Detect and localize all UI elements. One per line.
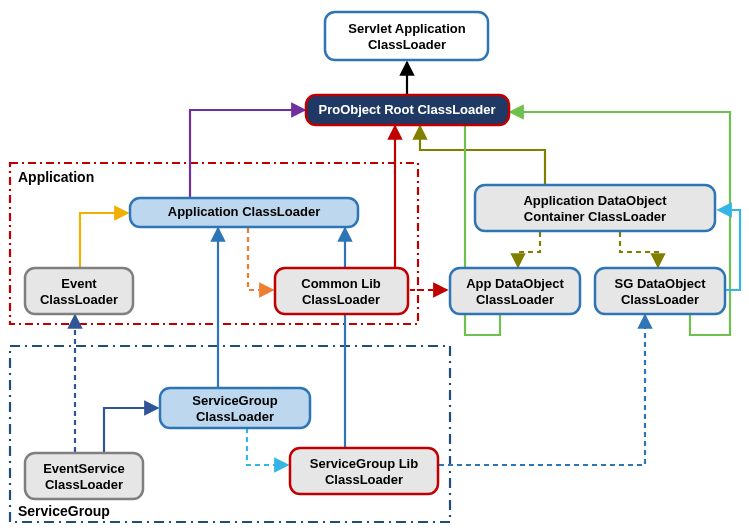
svg-text:Application DataObject: Application DataObject (523, 193, 667, 208)
svg-text:ClassLoader: ClassLoader (40, 292, 118, 307)
classloader-diagram: Application ServiceGroup (0, 0, 749, 530)
svg-text:ClassLoader: ClassLoader (368, 37, 446, 52)
svg-text:SG DataObject: SG DataObject (614, 276, 706, 291)
svg-text:ClassLoader: ClassLoader (302, 292, 380, 307)
sg-dataobject-classloader-box: SG DataObject ClassLoader (595, 268, 725, 314)
svg-text:ClassLoader: ClassLoader (621, 292, 699, 307)
commonlib-classloader-box: Common Lib ClassLoader (275, 268, 408, 314)
servicegroup-group-label: ServiceGroup (18, 503, 110, 519)
svg-text:ProObject Root ClassLoader: ProObject Root ClassLoader (319, 102, 496, 117)
root-classloader-box: ProObject Root ClassLoader (306, 95, 509, 125)
svg-text:Common Lib: Common Lib (301, 276, 380, 291)
servicegroup-classloader-box: ServiceGroup ClassLoader (160, 388, 310, 428)
app-dataobject-classloader-box: App DataObject ClassLoader (450, 268, 580, 314)
svg-text:ServiceGroup Lib: ServiceGroup Lib (310, 456, 418, 471)
svg-text:App DataObject: App DataObject (466, 276, 564, 291)
application-classloader-box: Application ClassLoader (130, 198, 358, 227)
application-group-label: Application (18, 169, 94, 185)
svg-text:Event: Event (61, 276, 97, 291)
svg-text:ClassLoader: ClassLoader (325, 472, 403, 487)
svg-text:EventService: EventService (43, 461, 125, 476)
svg-text:ServiceGroup: ServiceGroup (192, 393, 277, 408)
event-classloader-box: Event ClassLoader (25, 268, 133, 314)
svg-text:ClassLoader: ClassLoader (196, 409, 274, 424)
eventservice-classloader-box: EventService ClassLoader (25, 453, 143, 499)
svg-text:Container ClassLoader: Container ClassLoader (524, 209, 666, 224)
servicegroup-lib-classloader-box: ServiceGroup Lib ClassLoader (290, 448, 438, 494)
svg-text:Application ClassLoader: Application ClassLoader (168, 204, 320, 219)
svg-text:ClassLoader: ClassLoader (476, 292, 554, 307)
svg-text:ClassLoader: ClassLoader (45, 477, 123, 492)
servlet-classloader-box: Servlet Application ClassLoader (325, 12, 488, 60)
app-dataobject-container-box: Application DataObject Container ClassLo… (475, 185, 715, 231)
svg-text:Servlet Application: Servlet Application (348, 21, 465, 36)
